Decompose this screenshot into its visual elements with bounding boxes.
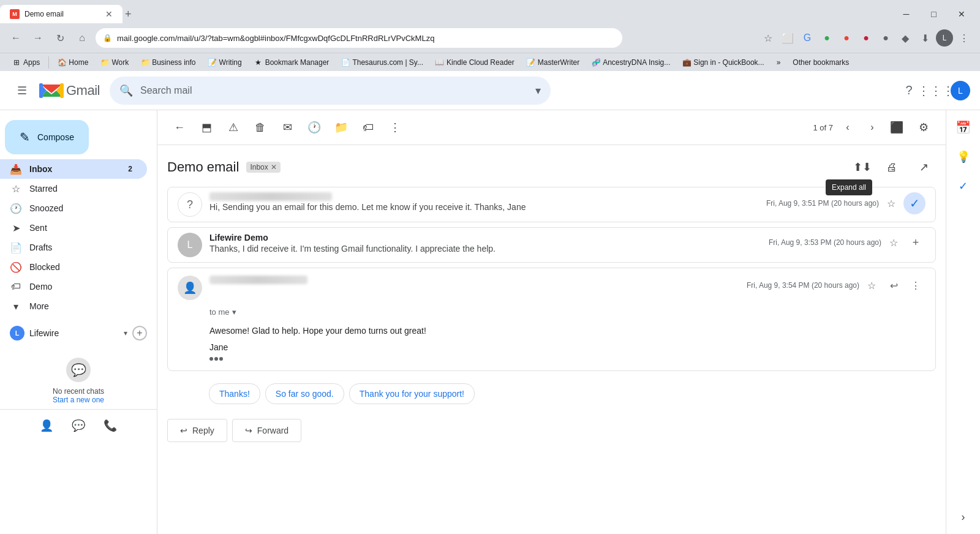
sender-row-1 [209,192,759,201]
delete-button[interactable]: 🗑 [248,115,273,140]
expand-panel-button[interactable]: › [951,505,976,529]
downloads-button[interactable]: ⬇ [916,29,933,47]
email-message-1-header[interactable]: ? Hi, Sending you an email for this demo… [168,187,935,222]
extension-button-1[interactable]: G [799,29,816,47]
search-dropdown-icon[interactable]: ▾ [535,84,541,97]
new-tab-button[interactable]: + [125,8,132,21]
bookmark-kindle[interactable]: 📖 Kindle Cloud Reader [431,57,519,68]
keep-panel-button[interactable]: 💡 [951,145,976,169]
bookmark-ancestry[interactable]: 🧬 AncestryDNA Insig... [587,57,675,68]
settings-button[interactable]: ⚙ [911,115,936,140]
extension-button-6[interactable]: ◆ [897,29,914,47]
back-button[interactable]: ← [7,29,24,47]
bookmark-work[interactable]: 📁 Work [96,57,134,68]
smart-reply-sofar[interactable]: So far so good. [265,383,344,404]
reply-button[interactable]: ↩ Reply [167,419,227,442]
home-button[interactable]: ⌂ [74,29,91,47]
menu-button[interactable]: ⋮ [956,29,973,47]
apps-grid-button[interactable]: ⋮⋮⋮ [924,78,948,103]
profile-button[interactable]: L [936,29,953,47]
bookmark-more[interactable]: » [772,57,786,68]
archive-button[interactable]: ⬒ [194,115,219,140]
sidebar-item-inbox[interactable]: 📥 Inbox 2 [0,159,147,179]
active-tab[interactable]: M Demo email ✕ [0,5,123,23]
bookmark-masterwriter[interactable]: 📝 MasterWriter [522,57,584,68]
bookmark-manager[interactable]: ★ Bookmark Manager [249,57,334,68]
bookmark-writing[interactable]: 📝 Writing [203,57,247,68]
bookmark-business[interactable]: 📁 Business info [136,57,200,68]
print-button[interactable]: 🖨 [880,155,904,179]
email-message-3-header[interactable]: 👤 Fri, Aug 9, 3:54 PM (20 hours ago) ☆ ↩ [168,268,935,307]
snooze-button[interactable]: 🕐 [302,115,326,140]
extension-button-2[interactable]: ● [818,29,835,47]
more-options-button[interactable]: ⋮ [383,115,407,140]
compose-button[interactable]: ✎ Compose [5,120,89,154]
inbox-tag-remove[interactable]: ✕ [271,163,277,171]
search-input[interactable] [140,85,528,96]
svg-rect-1 [60,83,64,98]
sidebar-item-demo[interactable]: 🏷 Demo [0,277,147,296]
expand-all-button[interactable]: ⬆⬇ [853,157,872,177]
smart-reply-support[interactable]: Thank you for your support! [349,383,475,404]
next-email-button[interactable]: › [862,118,882,137]
sidebar-item-more[interactable]: ▾ More [0,296,147,316]
extension-button-4[interactable]: ● [858,29,875,47]
sidebar-item-drafts[interactable]: 📄 Drafts [0,238,147,257]
email-message-2-header[interactable]: L Lifewire Demo Thanks, I did receive it… [168,228,935,262]
bookmark-other[interactable]: Other bookmarks [788,57,854,68]
calendar-panel-button[interactable]: 📅 [951,115,976,140]
bookmark-home[interactable]: 🏠 Home [53,57,93,68]
search-icon-button[interactable]: 🔍 [119,84,133,97]
account-avatar-button[interactable]: L [951,81,970,100]
minimize-button[interactable]: ─ [892,5,920,23]
smart-reply-thanks[interactable]: Thanks! [209,383,260,404]
people-icon-button[interactable]: 👤 [36,415,58,437]
to-me-dropdown-icon[interactable]: ▾ [232,307,236,317]
sidebar-item-snoozed[interactable]: 🕐 Snoozed [0,198,147,218]
bookmark-apps[interactable]: ⊞ Apps [7,57,45,68]
to-me-label[interactable]: to me ▾ [209,307,925,317]
move-to-button[interactable]: 📁 [329,115,353,140]
lifewire-dropdown-icon[interactable]: ▾ [124,329,127,337]
forward-button[interactable]: → [29,29,47,47]
tasks-panel-button[interactable]: ✓ [951,174,976,198]
prev-email-button[interactable]: ‹ [838,118,858,137]
more-options-button-3[interactable]: ⋮ [906,276,925,295]
maximize-button[interactable]: □ [920,5,948,23]
bookmark-quickbooks[interactable]: 💼 Sign in - QuickBook... [677,57,769,68]
chat-icon-button[interactable]: 💬 [67,415,89,437]
forward-button[interactable]: ↪ Forward [232,419,301,442]
lifewire-section[interactable]: L Lifewire ▾ + [0,323,157,343]
start-new-chat-link[interactable]: Start a new one [10,396,147,404]
close-button[interactable]: ✕ [948,5,975,23]
sidebar-item-starred[interactable]: ☆ Starred [0,179,147,198]
phone-icon-button[interactable]: 📞 [99,415,121,437]
email-ellipsis[interactable] [209,357,925,361]
star-button-1[interactable]: ☆ [881,194,901,213]
bookmark-thesaurus[interactable]: 📄 Thesaurus.com | Sy... [336,57,428,68]
refresh-button[interactable]: ↻ [51,29,69,47]
sidebar-item-blocked[interactable]: 🚫 Blocked [0,257,147,277]
label-button[interactable]: 🏷 [356,115,380,140]
menu-hamburger-button[interactable]: ☰ [10,78,34,103]
add-button-2[interactable]: + [906,233,925,252]
sidebar-item-sent[interactable]: ➤ Sent [0,218,147,238]
view-toggle-button[interactable]: ⬛ [884,115,909,140]
reply-icon-button-1[interactable]: ✓ [903,192,925,214]
reply-inline-button-3[interactable]: ↩ [884,276,903,295]
spam-button[interactable]: ⚠ [221,115,246,140]
open-in-new-button[interactable]: ↗ [911,155,936,179]
extension-button-3[interactable]: ● [838,29,855,47]
back-to-inbox-button[interactable]: ← [167,115,192,140]
email-avatar-1: ? [178,192,202,217]
star-button-2[interactable]: ☆ [884,233,903,252]
star-button-3[interactable]: ☆ [862,276,881,295]
add-account-button[interactable]: + [132,326,147,340]
tab-close-button[interactable]: ✕ [105,9,113,19]
search-bar[interactable]: 🔍 ▾ [110,77,551,105]
url-bar[interactable]: 🔒 mail.google.com/mail/u/3/?tab=wm&ogbl#… [96,28,622,48]
extension-button-5[interactable]: ● [877,29,894,47]
bookmark-star-button[interactable]: ☆ [760,29,777,47]
mark-unread-button[interactable]: ✉ [275,115,300,140]
screen-capture-button[interactable]: ⬜ [779,29,796,47]
